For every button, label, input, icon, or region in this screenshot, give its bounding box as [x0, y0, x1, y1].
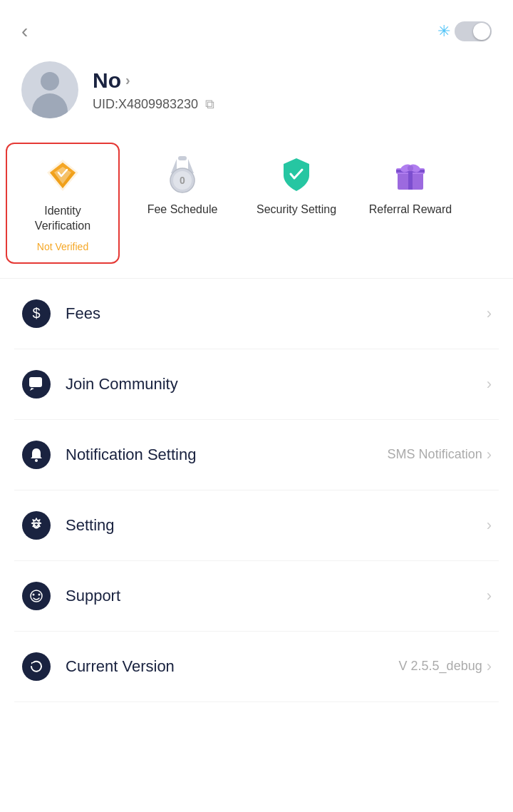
action-referral-reward[interactable]: Referral Reward [353, 143, 467, 227]
svg-point-14 [35, 459, 38, 462]
menu-item-fees[interactable]: $ Fees › [14, 279, 499, 349]
current-version-label: Current Version [66, 657, 385, 676]
menu-list: $ Fees › Join Community › [0, 279, 513, 702]
setting-chevron-icon: › [487, 516, 492, 535]
svg-rect-13 [29, 377, 42, 387]
action-security-setting[interactable]: Security Setting [239, 143, 353, 227]
notification-sub-label: SMS Notification [388, 447, 482, 462]
profile-section: No › UID:X4809983230 ⧉ [0, 50, 513, 135]
support-label: Support [66, 587, 472, 605]
profile-name[interactable]: No › [93, 68, 214, 93]
diamond-icon [44, 157, 81, 194]
support-chevron-icon: › [487, 587, 492, 605]
bell-icon [22, 441, 51, 469]
avatar-body [32, 93, 68, 118]
fees-chevron-icon: › [487, 304, 492, 323]
avatar-head [41, 72, 59, 91]
medal-icon-wrap: 0 [161, 153, 204, 195]
medal-icon: 0 [164, 153, 201, 195]
dollar-icon: $ [22, 299, 51, 328]
fees-right: › [487, 304, 492, 323]
fee-schedule-label: Fee Schedule [147, 202, 218, 217]
action-fee-schedule[interactable]: 0 Fee Schedule [125, 143, 239, 227]
svg-point-18 [38, 593, 41, 595]
sun-icon: ✳ [437, 22, 450, 41]
diamond-icon-wrap [41, 154, 84, 197]
version-chevron-icon: › [487, 657, 492, 676]
security-setting-label: Security Setting [256, 202, 336, 217]
svg-point-12 [408, 165, 413, 171]
menu-item-support[interactable]: Support › [14, 561, 499, 632]
join-community-icon-wrap [21, 369, 51, 399]
menu-item-current-version[interactable]: Current Version V 2.5.5_debug › [14, 632, 499, 702]
version-icon-wrap [21, 652, 51, 682]
profile-uid-row: UID:X4809983230 ⧉ [93, 97, 214, 112]
support-right: › [487, 587, 492, 605]
version-sub-label: V 2.5.5_debug [399, 659, 482, 674]
setting-right: › [487, 516, 492, 535]
gift-icon-wrap [389, 153, 432, 195]
menu-item-notification-setting[interactable]: Notification Setting SMS Notification › [14, 420, 499, 490]
shield-icon [278, 155, 315, 192]
copy-uid-icon[interactable]: ⧉ [205, 97, 214, 112]
notification-setting-right: SMS Notification › [388, 446, 492, 464]
svg-point-17 [33, 593, 35, 595]
support-icon-wrap [21, 581, 51, 611]
fees-icon-wrap: $ [21, 299, 51, 329]
theme-toggle-container: ✳ [437, 21, 492, 41]
notification-icon-wrap [21, 440, 51, 470]
shield-icon-wrap [275, 153, 318, 195]
action-identity-verification[interactable]: IdentityVerification Not Verified [6, 143, 120, 264]
quick-actions-row: IdentityVerification Not Verified 0 Fee … [0, 135, 513, 279]
menu-item-setting[interactable]: Setting › [14, 490, 499, 561]
menu-item-join-community[interactable]: Join Community › [14, 349, 499, 420]
join-community-chevron-icon: › [487, 375, 492, 394]
svg-rect-5 [178, 156, 187, 160]
chat-icon [22, 370, 51, 399]
identity-verification-status: Not Verified [37, 241, 88, 252]
referral-reward-label: Referral Reward [369, 202, 452, 217]
profile-info: No › UID:X4809983230 ⧉ [93, 68, 214, 112]
avatar[interactable] [21, 61, 78, 118]
setting-label: Setting [66, 516, 472, 535]
setting-icon-wrap [21, 510, 51, 540]
refresh-icon [22, 652, 51, 681]
toggle-thumb [473, 23, 490, 40]
gift-icon [392, 155, 429, 192]
join-community-label: Join Community [66, 375, 472, 394]
join-community-right: › [487, 375, 492, 394]
back-button[interactable]: ‹ [21, 20, 28, 43]
fees-label: Fees [66, 304, 472, 323]
support-icon [22, 582, 51, 610]
top-bar: ‹ ✳ [0, 0, 513, 50]
notification-chevron-icon: › [487, 446, 492, 464]
notification-setting-label: Notification Setting [66, 446, 373, 464]
current-version-right: V 2.5.5_debug › [399, 657, 492, 676]
theme-toggle[interactable] [455, 21, 492, 41]
profile-chevron-icon: › [125, 72, 130, 88]
gear-icon [22, 511, 51, 540]
svg-text:0: 0 [180, 175, 185, 186]
identity-verification-label: IdentityVerification [35, 204, 90, 234]
